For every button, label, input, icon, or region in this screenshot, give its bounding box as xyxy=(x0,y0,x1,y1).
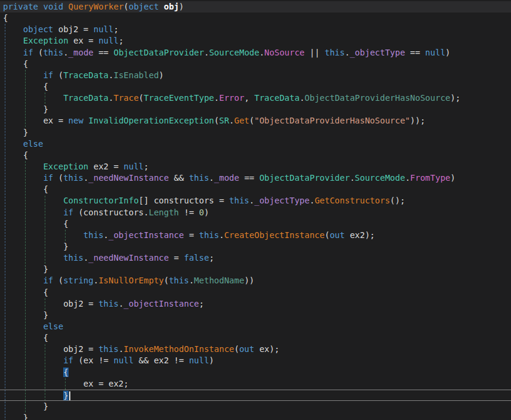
code-line-30[interactable]: { xyxy=(0,332,511,344)
code-token xyxy=(3,253,63,262)
code-token: { xyxy=(3,184,48,194)
code-line-17[interactable]: { xyxy=(0,184,511,195)
code-token: if xyxy=(43,173,53,183)
code-token: null xyxy=(189,356,209,365)
code-token: } xyxy=(3,104,48,114)
code-token: new xyxy=(69,116,83,125)
code-token: } xyxy=(3,413,28,420)
code-line-13[interactable]: else xyxy=(0,138,511,150)
code-token: ObjectDataProvider xyxy=(259,173,350,183)
code-line-23[interactable]: this._needNewInstance = false; xyxy=(0,252,511,264)
code-token: . xyxy=(209,173,214,183)
code-line-1[interactable]: private void QueryWorker(object obj) xyxy=(0,1,511,13)
code-token: ex = ex2; xyxy=(3,379,129,388)
matched-brace: { xyxy=(63,368,68,377)
code-line-14[interactable]: { xyxy=(0,150,511,161)
code-line-25[interactable]: if (string.IsNullOrEmpty(this.MethodName… xyxy=(0,275,511,286)
code-token: { xyxy=(3,82,48,91)
code-token: ex = xyxy=(3,116,69,125)
code-token: ( xyxy=(249,116,254,125)
code-token: ; xyxy=(113,24,118,34)
code-token: else xyxy=(43,322,63,331)
code-line-7[interactable]: if (TraceData.IsEnabled) xyxy=(0,70,511,81)
code-line-22[interactable]: } xyxy=(0,241,511,252)
code-line-11[interactable]: ex = new InvalidOperationException(SR.Ge… xyxy=(0,115,511,126)
code-token: _mode xyxy=(214,173,239,183)
code-line-32[interactable]: if (ex != null && ex2 != null) xyxy=(0,355,511,366)
code-token xyxy=(3,48,23,57)
code-line-8[interactable]: { xyxy=(0,81,511,92)
code-token: != xyxy=(179,208,199,217)
code-line-27[interactable]: obj2 = this._objectInstance; xyxy=(0,298,511,310)
code-editor[interactable]: private void QueryWorker(object obj){ ob… xyxy=(0,0,511,420)
code-token: (constructors. xyxy=(73,208,148,217)
code-line-34[interactable]: ex = ex2; xyxy=(0,378,511,390)
code-line-24[interactable]: } xyxy=(0,264,511,275)
code-token: ) xyxy=(159,70,163,80)
code-token: this xyxy=(63,253,83,262)
code-line-4[interactable]: Exception ex = null; xyxy=(0,35,511,47)
code-token: ( xyxy=(53,173,63,183)
code-token: string xyxy=(63,276,94,285)
code-token xyxy=(3,196,63,205)
code-token: ; xyxy=(144,162,148,171)
code-line-15[interactable]: Exception ex2 = null; xyxy=(0,161,511,172)
code-line-12[interactable]: } xyxy=(0,127,511,138)
code-token: ex2 = xyxy=(88,162,123,171)
code-line-28[interactable]: } xyxy=(0,310,511,321)
code-line-21[interactable]: this._objectInstance = this.CreateObject… xyxy=(0,230,511,241)
matched-brace: } xyxy=(63,391,68,400)
code-token: . xyxy=(405,173,410,183)
code-token: ex); xyxy=(254,344,279,354)
code-line-19[interactable]: if (constructors.Length != 0) xyxy=(0,207,511,218)
code-token: Exception xyxy=(43,162,88,171)
code-line-37[interactable]: } xyxy=(0,412,511,420)
code-token: out xyxy=(239,344,254,354)
code-token: ); xyxy=(450,93,460,103)
code-line-18[interactable]: ConstructorInfo[] constructors = this._o… xyxy=(0,195,511,206)
code-token: ( xyxy=(234,344,239,354)
code-line-20[interactable]: { xyxy=(0,218,511,230)
code-token: ConstructorInfo xyxy=(63,196,138,205)
code-line-16[interactable]: if (this._needNewInstance && this._mode … xyxy=(0,172,511,184)
code-line-33[interactable]: { xyxy=(0,367,511,378)
code-token xyxy=(3,276,43,285)
code-token: . xyxy=(299,93,304,103)
code-token: private xyxy=(3,2,38,11)
code-line-3[interactable]: object obj2 = null; xyxy=(0,24,511,35)
code-token: ( xyxy=(123,2,128,11)
code-token xyxy=(3,24,23,34)
code-line-6[interactable]: { xyxy=(0,58,511,70)
code-line-5[interactable]: if (this._mode == ObjectDataProvider.Sou… xyxy=(0,47,511,58)
code-token: this xyxy=(98,344,119,354)
code-line-10[interactable]: } xyxy=(0,104,511,115)
code-token: . xyxy=(104,230,109,240)
code-token: { xyxy=(3,150,28,160)
code-line-26[interactable]: { xyxy=(0,287,511,298)
code-token: . xyxy=(350,173,355,183)
code-token: } xyxy=(3,264,48,274)
code-token: . xyxy=(229,116,234,125)
code-token: out xyxy=(330,230,345,240)
code-line-29[interactable]: else xyxy=(0,321,511,332)
code-line-36[interactable]: } xyxy=(0,401,511,412)
code-token: _objectInstance xyxy=(109,230,184,240)
code-token: if xyxy=(63,356,73,365)
code-line-2[interactable]: { xyxy=(0,13,511,24)
code-line-9[interactable]: TraceData.Trace(TraceEventType.Error, Tr… xyxy=(0,92,511,104)
code-token: (ex != xyxy=(73,356,113,365)
code-token: _objectType xyxy=(350,48,405,57)
code-token: ( xyxy=(139,93,144,103)
code-token xyxy=(3,356,63,365)
code-token: && ex2 != xyxy=(134,356,189,365)
code-token: FromType xyxy=(410,173,450,183)
code-line-35[interactable]: } xyxy=(0,390,511,401)
code-token: . xyxy=(63,48,68,57)
code-token xyxy=(3,230,83,240)
code-token: else xyxy=(23,139,44,149)
code-token: { xyxy=(3,288,48,297)
code-token: obj2 = xyxy=(3,299,98,308)
code-token xyxy=(159,2,163,11)
code-line-31[interactable]: obj2 = this.InvokeMethodOnInstance(out e… xyxy=(0,344,511,355)
code-token: Exception xyxy=(23,36,69,45)
